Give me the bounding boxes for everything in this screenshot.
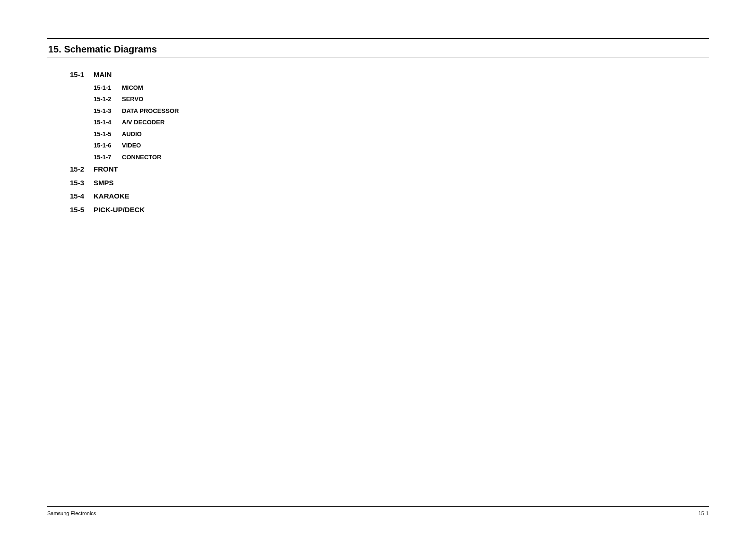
subsection-title: DATA PROCESSOR — [122, 106, 179, 116]
subsection-number: 15-1-5 — [94, 129, 122, 139]
chapter-name: Schematic Diagrams — [64, 44, 157, 54]
top-rule-thick — [47, 38, 709, 39]
document-page: 15. Schematic Diagrams 15-1 MAIN 15-1-1 … — [0, 0, 756, 535]
section-number: 15-2 — [70, 164, 94, 175]
subsection-number: 15-1-7 — [94, 153, 122, 162]
toc-section: 15-5 PICK-UP/DECK — [70, 205, 709, 216]
subsection-title: AUDIO — [122, 129, 142, 139]
subsection-title: CONNECTOR — [122, 153, 162, 162]
subsection-number: 15-1-4 — [94, 118, 122, 127]
section-title: MAIN — [94, 69, 112, 80]
subsection-title: MICOM — [122, 83, 143, 93]
toc-subsection: 15-1-5 AUDIO — [70, 129, 709, 139]
toc-section: 15-2 FRONT — [70, 164, 709, 175]
toc-subsection: 15-1-2 SERVO — [70, 95, 709, 104]
toc-section: 15-4 KARAOKE — [70, 191, 709, 202]
subsection-number: 15-1-3 — [94, 106, 122, 116]
toc-subsection: 15-1-6 VIDEO — [70, 141, 709, 150]
subsection-number: 15-1-6 — [94, 141, 122, 150]
toc-subsection: 15-1-7 CONNECTOR — [70, 153, 709, 162]
subsection-title: SERVO — [122, 95, 143, 104]
section-number: 15-3 — [70, 178, 94, 189]
subsection-number: 15-1-1 — [94, 83, 122, 93]
footer-row: Samsung Electronics 15-1 — [47, 510, 709, 516]
section-title: PICK-UP/DECK — [94, 205, 145, 216]
section-number: 15-5 — [70, 205, 94, 216]
subsection-title: A/V DECODER — [122, 118, 164, 127]
toc-subsection: 15-1-4 A/V DECODER — [70, 118, 709, 127]
page-footer: Samsung Electronics 15-1 — [47, 506, 709, 516]
subsection-number: 15-1-2 — [94, 95, 122, 104]
subsection-title: VIDEO — [122, 141, 141, 150]
toc-subsection: 15-1-1 MICOM — [70, 83, 709, 93]
section-title: KARAOKE — [94, 191, 129, 202]
toc-subsection: 15-1-3 DATA PROCESSOR — [70, 106, 709, 116]
chapter-number: 15. — [48, 44, 61, 54]
footer-page-number: 15-1 — [698, 510, 709, 516]
toc-section: 15-3 SMPS — [70, 178, 709, 189]
chapter-title: 15. Schematic Diagrams — [47, 44, 709, 56]
table-of-contents: 15-1 MAIN 15-1-1 MICOM 15-1-2 SERVO 15-1… — [47, 69, 709, 215]
section-number: 15-4 — [70, 191, 94, 202]
footer-left: Samsung Electronics — [47, 510, 96, 516]
toc-section: 15-1 MAIN — [70, 69, 709, 80]
title-underline — [47, 58, 709, 58]
section-title: SMPS — [94, 178, 114, 189]
section-title: FRONT — [94, 164, 118, 175]
footer-rule — [47, 506, 709, 507]
section-number: 15-1 — [70, 69, 94, 80]
